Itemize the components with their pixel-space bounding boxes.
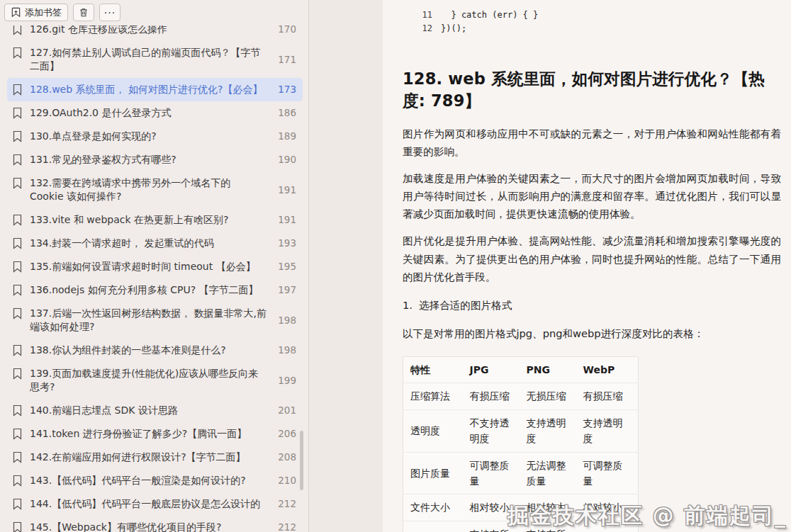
bookmark-icon [12,368,23,380]
more-options-button[interactable]: ··· [99,4,120,21]
bookmark-item-label: 136.nodejs 如何充分利用多核 CPU? 【字节二面】 [30,283,267,297]
table-row: 浏览器支持支持在所有主流浏览器上显示支持在所有主流浏览器上显示部分浏览器支持 [403,521,639,532]
bookmark-item[interactable]: 140.前端日志埋点 SDK 设计思路201 [7,399,303,422]
bookmark-item-page: 186 [278,106,296,120]
bookmark-icon [12,307,23,319]
bookmark-add-icon [11,7,21,18]
bookmark-item[interactable]: 143.【低代码】代码平台一般渲染是如何设计的?210 [7,469,303,492]
bookmark-icon [12,237,23,249]
bookmark-item[interactable]: 133.vite 和 webpack 在热更新上有啥区别?191 [7,208,303,232]
bookmark-item[interactable]: 131.常见的登录鉴权方式有哪些?190 [7,148,303,171]
bookmark-icon [12,177,23,189]
sidebar-scrollbar-thumb[interactable] [300,431,303,490]
bookmark-item-page: 198 [278,344,296,357]
bookmark-icon [12,261,23,273]
bookmark-icon [12,428,23,440]
add-bookmark-button[interactable]: 添加书签 [4,4,68,21]
bookmark-item-label: 133.vite 和 webpack 在热更新上有啥区别? [30,213,267,227]
bookmark-icon [12,130,23,142]
bookmark-item[interactable]: 144.【低代码】代码平台一般底层协议是怎么设计的212 [7,492,303,516]
bookmark-item[interactable]: 128.web 系统里面， 如何对图片进行优化?【必会】173 [7,78,303,101]
bookmark-item[interactable]: 139.页面加载速度提升(性能优化)应该从哪些反向来思考?199 [7,362,303,399]
delete-bookmark-button[interactable] [73,4,94,21]
bookmarks-panel: 添加书签 ··· 126.git 仓库迁移应该怎么操作170127.如何禁止别人… [0,0,309,532]
bookmark-item-label: 135.前端如何设置请求超时时间 timeout 【必会】 [30,260,267,273]
table-row: 文件大小相对较小相对较大相对较小 [403,494,639,521]
bookmark-item-label: 132.需要在跨域请求中携带另外一个域名下的 Cookie 该如何操作? [30,176,267,203]
bookmark-item-page: 206 [278,427,296,441]
list-item-format: 1. 选择合适的图片格式 [403,296,781,314]
table-row: 图片质量可调整质量无法调整质量可调整质量 [403,452,639,494]
bookmark-item[interactable]: 145.【Webpack】有哪些优化项目的手段?212 [7,516,303,532]
bookmark-item[interactable]: 134.封装一个请求超时， 发起重试的代码193 [7,232,303,255]
bookmark-item-page: 191 [278,213,296,227]
bookmark-item[interactable]: 137.后端一次性返回树形结构数据， 数据量非常大,前端该如何处理?198 [7,302,303,339]
table-intro: 以下是对常用的图片格式jpg、png和webp进行深度对比的表格： [403,324,781,342]
table-header-row: 特性JPGPNGWebP [403,356,639,383]
bookmark-item-label: 140.前端日志埋点 SDK 设计思路 [30,404,267,417]
code-line-number: 12 [418,22,432,35]
table-cell: 浏览器支持 [403,521,463,532]
bookmark-item-label: 143.【低代码】代码平台一般渲染是如何设计的? [30,474,267,487]
bookmark-item-label: 141.token 进行身份验证了解多少?【腾讯一面】 [30,427,267,441]
code-line-text: } catch (err) { } [441,9,538,22]
bookmark-item-label: 145.【Webpack】有哪些优化项目的手段? [30,521,267,532]
bookmarks-toolbar: 添加书签 ··· [0,0,308,26]
table-cell: 相对较小 [463,494,520,521]
bookmark-item[interactable]: 142.在前端应用如何进行权限设计?【字节二面】208 [7,446,303,469]
table-cell: 有损压缩 [576,383,639,409]
bookmark-item-page: 173 [278,83,296,96]
paragraph: 加载速度是用户体验的关键因素之一，而大尺寸的图片会增加网页加载时间，导致用户等待… [403,169,781,222]
table-cell: 有损压缩 [463,383,520,409]
bookmark-item[interactable]: 141.token 进行身份验证了解多少?【腾讯一面】206 [7,422,303,446]
bookmark-icon [12,47,23,59]
table-cell: 透明度 [403,409,463,452]
table-header-cell: 特性 [403,356,463,383]
bookmark-item[interactable]: 127.如何禁止别人调试自己的前端页面代码？【字节二面】171 [7,41,303,78]
trash-icon [79,7,89,18]
add-bookmark-label: 添加书签 [25,6,62,19]
ellipsis-icon: ··· [104,8,116,18]
bookmark-item-page: 195 [278,260,296,273]
table-cell: 无法调整质量 [520,452,576,494]
bookmark-item-label: 137.后端一次性返回树形结构数据， 数据量非常大,前端该如何处理? [30,307,267,334]
table-header-cell: WebP [576,356,639,383]
table-cell: 不支持透明度 [463,409,520,452]
table-cell: 相对较大 [520,494,576,521]
table-cell: 相对较小 [576,494,639,521]
paragraph: 图片优化是提升用户体验、提高网站性能、减少流量消耗和增加搜索引擎曝光度的关键因素… [403,232,781,285]
bookmark-item[interactable]: 138.你认为组件封装的一些基本准则是什么?198 [7,339,303,362]
bookmark-item[interactable]: 132.需要在跨域请求中携带另外一个域名下的 Cookie 该如何操作?191 [7,171,303,208]
document-viewer: 11 } catch (err) { }12})(); 128. web 系统里… [309,0,791,532]
table-cell: 无损压缩 [520,383,576,409]
table-header-cell: PNG [520,356,576,383]
table-cell: 部分浏览器支持 [576,521,639,532]
question-heading: 128. web 系统里面，如何对图片进行优化？【热度: 789】 [403,68,781,112]
code-line-text: })(); [441,22,466,35]
table-cell: 可调整质量 [576,452,639,494]
bookmark-item-page: 197 [278,283,296,297]
bookmark-icon [12,214,23,226]
code-line: 12})(); [418,22,781,35]
bookmark-item[interactable]: 129.OAuth2.0 是什么登录方式186 [7,101,303,125]
bookmark-item[interactable]: 130.单点登录是如何实现的?189 [7,125,303,148]
bookmark-item[interactable]: 136.nodejs 如何充分利用多核 CPU? 【字节二面】197 [7,278,303,302]
bookmark-item-label: 142.在前端应用如何进行权限设计?【字节二面】 [30,451,267,464]
bookmark-icon [12,154,23,166]
bookmark-item-page: 193 [278,237,296,250]
bookmark-item-label: 127.如何禁止别人调试自己的前端页面代码？【字节二面】 [30,46,267,73]
bookmark-icon [12,107,23,119]
bookmark-item-label: 129.OAuth2.0 是什么登录方式 [30,106,267,120]
table-row: 透明度不支持透明度支持透明度支持透明度 [403,409,639,452]
code-line: 11 } catch (err) { } [418,9,781,22]
bookmark-icon [12,498,23,510]
bookmark-item-label: 128.web 系统里面， 如何对图片进行优化?【必会】 [30,83,267,96]
bookmark-item-label: 134.封装一个请求超时， 发起重试的代码 [30,237,267,250]
bookmark-item-page: 208 [278,451,296,464]
bookmark-item-label: 138.你认为组件封装的一些基本准则是什么? [30,344,267,357]
table-cell: 支持透明度 [520,409,576,452]
bookmark-item-page: 212 [278,497,296,511]
bookmark-item[interactable]: 135.前端如何设置请求超时时间 timeout 【必会】195 [7,255,303,278]
bookmark-item-page: 190 [278,153,296,166]
list-text: 选择合适的图片格式 [419,296,781,314]
